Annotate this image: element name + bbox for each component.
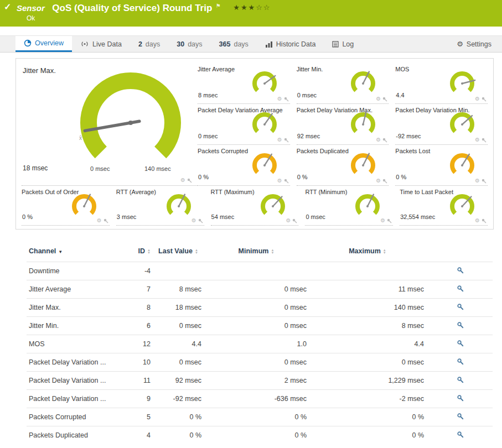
gear-icon[interactable]: ⚙ <box>475 218 480 223</box>
tab-365-days-unit: days <box>234 40 248 48</box>
tab-live-data[interactable]: Live Data <box>72 36 130 52</box>
cell-channel[interactable]: Jitter Min. <box>27 317 121 335</box>
gauge-cell[interactable]: Jitter Average 8 msec ⚙ <box>198 63 290 104</box>
gauge-cell[interactable]: Packet Delay Variation Max. 92 msec ⚙ <box>297 104 389 145</box>
channel-settings-icon[interactable] <box>457 285 464 292</box>
pin-icon[interactable] <box>284 97 289 102</box>
cell-channel[interactable]: MOS <box>27 335 121 353</box>
pin-icon[interactable] <box>482 218 487 223</box>
gear-icon[interactable]: ⚙ <box>277 178 282 184</box>
gauge-cell[interactable]: RTT (Maximum) 54 msec ⚙ <box>211 186 299 226</box>
tab-30-days-number: 30 <box>177 40 184 48</box>
cell-channel[interactable]: Jitter Max. <box>27 299 121 317</box>
channel-settings-icon[interactable] <box>457 413 464 420</box>
table-row[interactable]: MOS 12 4.4 1.0 4.4 <box>27 335 493 353</box>
gauge-cell[interactable]: Time to Last Packet 32,554 msec ⚙ <box>400 186 488 226</box>
column-header-last-value[interactable]: Last Value▲▼ <box>153 244 204 262</box>
cell-minimum: 0 % <box>204 426 309 445</box>
gear-icon[interactable]: ⚙ <box>192 218 196 223</box>
pin-icon[interactable] <box>482 179 487 184</box>
tab-30-days[interactable]: 30 days <box>168 36 210 52</box>
cell-channel[interactable]: Packets Duplicated <box>27 426 121 445</box>
channel-settings-icon[interactable] <box>457 376 464 383</box>
channel-settings-icon[interactable] <box>457 267 464 274</box>
cell-id: 12 <box>121 335 153 353</box>
cell-id: 8 <box>121 299 153 317</box>
gauge-cell[interactable]: MOS 4.4 ⚙ <box>395 63 488 104</box>
cell-channel[interactable]: Packets Corrupted <box>27 408 121 426</box>
gauge-dial <box>249 150 281 180</box>
table-row[interactable]: Packet Delay Variation ... 9 -92 msec -6… <box>27 390 493 408</box>
table-row[interactable]: Packets Duplicated 4 0 % 0 % 0 % <box>27 426 493 445</box>
tab-overview[interactable]: Overview <box>15 36 72 52</box>
pin-icon[interactable] <box>387 218 392 223</box>
gear-icon[interactable]: ⚙ <box>277 96 282 102</box>
gauge-cell[interactable]: Packets Corrupted 0 % ⚙ <box>198 145 290 186</box>
channel-settings-icon[interactable] <box>457 358 464 365</box>
gear-icon[interactable]: ⚙ <box>376 178 381 184</box>
priority-stars[interactable]: ★★★☆☆ <box>233 3 271 12</box>
table-row[interactable]: Packet Delay Variation ... 11 92 msec 2 … <box>27 372 493 390</box>
big-gauge-jitter-max[interactable]: Jitter Max. x̄ 0 msec 140 msec 18 msec ⚙ <box>22 63 198 186</box>
flag-icon[interactable]: ⚑ <box>216 3 221 9</box>
pin-icon[interactable] <box>187 178 192 183</box>
table-row[interactable]: Packet Delay Variation ... 10 0 msec 0 m… <box>27 353 493 372</box>
gear-icon[interactable]: ⚙ <box>286 218 291 223</box>
cell-channel[interactable]: Downtime <box>27 262 121 280</box>
tab-365-days[interactable]: 365 days <box>211 36 257 52</box>
gear-icon[interactable]: ⚙ <box>180 178 185 183</box>
channel-settings-icon[interactable] <box>457 394 464 402</box>
pin-icon[interactable] <box>103 218 108 223</box>
gauge-cell[interactable]: Jitter Min. 0 msec ⚙ <box>297 63 389 104</box>
channel-settings-icon[interactable] <box>457 303 464 310</box>
table-row[interactable]: Downtime -4 <box>27 262 493 280</box>
cell-channel[interactable]: Packet Delay Variation ... <box>27 372 121 390</box>
tab-2-days[interactable]: 2 days <box>130 36 168 52</box>
gauge-cell[interactable]: Packet Delay Variation Min. -92 msec ⚙ <box>395 104 488 145</box>
big-gauge-max-label: 140 msec <box>144 165 171 172</box>
gauge-cell[interactable]: RTT (Minimum) 0 msec ⚙ <box>305 186 393 226</box>
gear-icon[interactable]: ⚙ <box>475 96 480 102</box>
cell-channel[interactable]: Jitter Average <box>27 280 121 299</box>
channel-table: Channel▼ ID▲▼ Last Value▲▼ Minimum▲▼ Max… <box>27 244 493 444</box>
pin-icon[interactable] <box>382 179 387 184</box>
tab-log[interactable]: Log <box>324 36 362 52</box>
gauge-cell[interactable]: RTT (Average) 3 msec ⚙ <box>116 186 204 226</box>
table-row[interactable]: Packets Corrupted 5 0 % 0 % 0 % <box>27 408 493 426</box>
pin-icon[interactable] <box>284 138 289 143</box>
column-header-maximum[interactable]: Maximum▲▼ <box>309 244 426 262</box>
tab-historic-data[interactable]: Historic Data <box>257 36 324 52</box>
tab-settings[interactable]: ⚙ Settings <box>448 36 500 52</box>
gauge-cell[interactable]: Packets Duplicated 0 % ⚙ <box>297 145 389 186</box>
column-header-minimum[interactable]: Minimum▲▼ <box>204 244 309 262</box>
channel-settings-icon[interactable] <box>457 321 464 329</box>
cell-id: 10 <box>121 353 153 372</box>
gear-icon[interactable]: ⚙ <box>277 137 282 143</box>
gear-icon[interactable]: ⚙ <box>376 96 381 102</box>
gear-icon[interactable]: ⚙ <box>380 218 385 223</box>
gauge-cell[interactable]: Packet Delay Variation Average 0 msec ⚙ <box>198 104 290 145</box>
table-row[interactable]: Jitter Average 7 8 msec 0 msec 11 msec <box>27 280 493 299</box>
table-row[interactable]: Jitter Max. 8 18 msec 0 msec 140 msec <box>27 299 493 317</box>
gear-icon[interactable]: ⚙ <box>475 178 480 184</box>
cell-channel[interactable]: Packet Delay Variation ... <box>27 353 121 372</box>
channel-settings-icon[interactable] <box>457 340 464 347</box>
pin-icon[interactable] <box>284 179 289 184</box>
gauge-cell[interactable]: Packets Lost 0 % ⚙ <box>395 145 488 186</box>
cell-channel[interactable]: Packet Delay Variation ... <box>27 390 121 408</box>
pin-icon[interactable] <box>482 97 487 102</box>
pin-icon[interactable] <box>382 138 387 143</box>
table-row[interactable]: Jitter Min. 6 0 msec 0 msec 8 msec <box>27 317 493 335</box>
gear-icon[interactable]: ⚙ <box>97 218 102 223</box>
gear-icon[interactable]: ⚙ <box>475 137 480 143</box>
gear-icon[interactable]: ⚙ <box>376 137 381 143</box>
pin-icon[interactable] <box>482 138 487 143</box>
channel-settings-icon[interactable] <box>457 431 464 438</box>
pin-icon[interactable] <box>292 218 297 223</box>
pin-icon[interactable] <box>382 97 387 102</box>
column-header-channel[interactable]: Channel▼ <box>27 244 121 262</box>
gauge-value: 0 % <box>396 174 406 180</box>
pin-icon[interactable] <box>198 218 203 223</box>
gauge-cell[interactable]: Packets Out of Order 0 % ⚙ <box>22 186 110 226</box>
column-header-id[interactable]: ID▲▼ <box>121 244 153 262</box>
